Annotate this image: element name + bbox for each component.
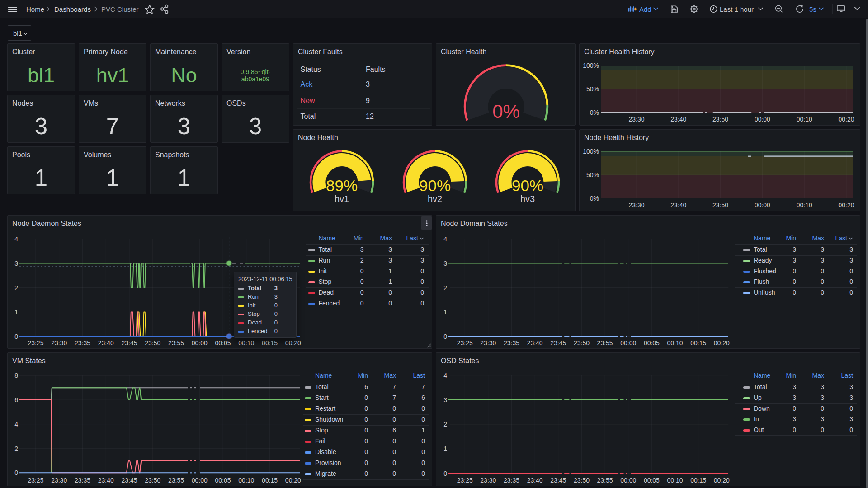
- svg-text:3: 3: [443, 396, 447, 404]
- svg-text:90%: 90%: [512, 177, 543, 194]
- svg-text:23:30: 23:30: [480, 339, 496, 347]
- svg-text:0: 0: [14, 333, 18, 340]
- svg-text:0: 0: [443, 470, 447, 477]
- svg-text:23:40: 23:40: [527, 477, 543, 484]
- svg-text:00:05: 00:05: [644, 477, 660, 484]
- svg-text:23:50: 23:50: [574, 477, 590, 484]
- svg-text:0: 0: [14, 469, 18, 476]
- svg-text:00:10: 00:10: [797, 202, 812, 209]
- svg-text:00:10: 00:10: [797, 116, 812, 123]
- svg-text:23:50: 23:50: [574, 339, 590, 347]
- svg-text:1: 1: [443, 445, 447, 452]
- svg-text:00:20: 00:20: [714, 339, 730, 347]
- svg-text:100%: 100%: [583, 148, 599, 155]
- svg-text:23:25: 23:25: [28, 477, 43, 484]
- svg-text:23:35: 23:35: [75, 477, 90, 484]
- svg-text:00:10: 00:10: [238, 477, 254, 484]
- svg-text:hv3: hv3: [520, 194, 535, 204]
- svg-text:00:15: 00:15: [262, 477, 278, 484]
- svg-text:1: 1: [443, 309, 447, 316]
- svg-text:23:25: 23:25: [457, 477, 473, 484]
- svg-text:12: 12: [366, 113, 374, 120]
- svg-text:6: 6: [14, 396, 18, 404]
- svg-text:hv2: hv2: [428, 194, 442, 204]
- svg-text:3: 3: [366, 80, 370, 88]
- svg-text:23:55: 23:55: [597, 339, 613, 347]
- svg-text:0: 0: [443, 333, 447, 340]
- svg-text:23:45: 23:45: [550, 477, 566, 484]
- svg-text:23:50: 23:50: [712, 202, 728, 209]
- svg-text:2: 2: [14, 445, 18, 452]
- svg-text:23:25: 23:25: [28, 339, 43, 347]
- svg-text:23:35: 23:35: [504, 477, 519, 484]
- svg-text:4: 4: [14, 235, 18, 243]
- svg-text:Total: Total: [301, 113, 316, 120]
- svg-text:00:20: 00:20: [838, 202, 854, 209]
- svg-text:100%: 100%: [583, 62, 599, 69]
- svg-text:00:20: 00:20: [285, 339, 301, 347]
- svg-text:9: 9: [366, 97, 370, 104]
- svg-text:23:55: 23:55: [168, 477, 184, 484]
- svg-text:00:20: 00:20: [838, 116, 854, 123]
- svg-text:23:50: 23:50: [145, 477, 160, 484]
- svg-text:4: 4: [14, 421, 18, 428]
- svg-text:Last 1 hour: Last 1 hour: [720, 5, 754, 13]
- svg-text:23:50: 23:50: [145, 339, 160, 347]
- svg-text:23:45: 23:45: [121, 339, 137, 347]
- svg-text:2: 2: [14, 284, 18, 291]
- svg-text:00:05: 00:05: [215, 477, 231, 484]
- svg-text:23:35: 23:35: [504, 339, 519, 347]
- svg-text:Status: Status: [301, 66, 321, 73]
- svg-text:23:55: 23:55: [597, 477, 613, 484]
- svg-text:00:00: 00:00: [755, 116, 770, 123]
- svg-text:3: 3: [443, 260, 447, 267]
- svg-text:23:40: 23:40: [670, 202, 686, 209]
- svg-text:00:00: 00:00: [755, 202, 770, 209]
- svg-text:23:40: 23:40: [670, 116, 686, 123]
- svg-text:50%: 50%: [586, 171, 599, 178]
- svg-text:5s: 5s: [809, 5, 816, 13]
- svg-text:Dashboards: Dashboards: [54, 5, 91, 13]
- svg-text:23:30: 23:30: [51, 477, 67, 484]
- svg-text:PVC Cluster: PVC Cluster: [101, 5, 139, 13]
- svg-text:00:20: 00:20: [714, 477, 730, 484]
- svg-text:Ack: Ack: [301, 80, 313, 88]
- svg-text:2: 2: [443, 421, 447, 428]
- svg-text:00:00: 00:00: [620, 477, 636, 484]
- svg-text:00:05: 00:05: [215, 339, 231, 347]
- svg-text:89%: 89%: [326, 177, 358, 194]
- svg-text:23:45: 23:45: [121, 477, 137, 484]
- svg-text:0%: 0%: [492, 101, 520, 122]
- svg-text:1: 1: [14, 309, 18, 316]
- svg-text:23:50: 23:50: [712, 116, 728, 123]
- svg-text:23:30: 23:30: [628, 116, 644, 123]
- svg-text:23:55: 23:55: [168, 339, 184, 347]
- svg-text:00:10: 00:10: [667, 477, 683, 484]
- svg-text:00:05: 00:05: [644, 339, 660, 347]
- svg-text:8: 8: [14, 372, 18, 379]
- svg-text:23:40: 23:40: [98, 339, 114, 347]
- svg-text:00:15: 00:15: [262, 339, 278, 347]
- svg-text:23:40: 23:40: [98, 477, 114, 484]
- svg-text:Faults: Faults: [366, 66, 386, 73]
- svg-text:2: 2: [443, 284, 447, 291]
- svg-text:00:10: 00:10: [667, 339, 683, 347]
- svg-text:0%: 0%: [590, 109, 599, 116]
- svg-text:00:00: 00:00: [620, 339, 636, 347]
- svg-text:00:00: 00:00: [192, 339, 208, 347]
- svg-text:23:40: 23:40: [527, 339, 543, 347]
- svg-text:00:10: 00:10: [238, 339, 254, 347]
- svg-text:hv1: hv1: [335, 194, 349, 204]
- svg-text:23:30: 23:30: [480, 477, 496, 484]
- svg-text:3: 3: [14, 260, 18, 267]
- svg-text:4: 4: [443, 372, 447, 379]
- svg-text:Add: Add: [639, 5, 651, 13]
- svg-text:00:15: 00:15: [690, 339, 706, 347]
- svg-text:23:35: 23:35: [75, 339, 90, 347]
- svg-text:0%: 0%: [590, 195, 599, 202]
- svg-text:23:30: 23:30: [628, 202, 644, 209]
- svg-text:00:00: 00:00: [192, 477, 208, 484]
- svg-text:4: 4: [443, 235, 447, 243]
- svg-text:New: New: [301, 97, 315, 104]
- svg-text:23:30: 23:30: [51, 339, 67, 347]
